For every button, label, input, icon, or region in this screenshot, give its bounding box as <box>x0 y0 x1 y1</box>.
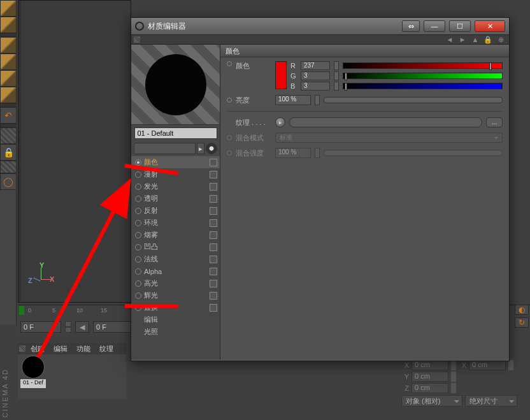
coord-y-value[interactable]: 0 cm <box>412 372 448 382</box>
channel-checkbox[interactable] <box>210 183 217 191</box>
channel-row-0[interactable]: 颜色 <box>131 156 220 168</box>
minimize-button[interactable]: — <box>424 20 445 32</box>
tool-icon-hatch1[interactable] <box>0 127 17 144</box>
channel-row-4[interactable]: 反射 <box>131 205 220 217</box>
tool-icon-2[interactable] <box>0 17 17 33</box>
plus-icon[interactable]: ⊕ <box>495 36 506 43</box>
eye-icon[interactable] <box>206 143 217 154</box>
coord-size-select[interactable]: 绝对尺寸 <box>465 395 517 407</box>
channel-row-6[interactable]: 烟雾 <box>131 229 220 241</box>
g-slider[interactable] <box>343 73 503 79</box>
channel-row-7[interactable]: 凹凸 <box>131 241 220 253</box>
lock-icon[interactable]: 🔒 <box>0 144 17 161</box>
coord-x2-value[interactable]: 0 cm <box>469 360 506 370</box>
channel-checkbox[interactable] <box>210 280 217 287</box>
channel-radio[interactable] <box>135 280 141 287</box>
current-frame[interactable]: 0 F <box>20 321 61 333</box>
channel-checkbox[interactable] <box>210 231 217 239</box>
channel-row-5[interactable]: 环境 <box>131 217 220 229</box>
channel-row-10[interactable]: 高光 <box>131 277 220 289</box>
tab-function[interactable]: 功能 <box>73 344 94 354</box>
tool-icon-hatch2[interactable] <box>0 161 17 173</box>
g-step[interactable] <box>334 71 339 80</box>
brightness-value[interactable]: 100 % <box>275 95 311 105</box>
texture-field[interactable] <box>289 117 482 127</box>
lock-small-icon[interactable]: 🔒 <box>482 36 494 43</box>
channel-checkbox[interactable] <box>210 268 217 275</box>
channel-radio[interactable] <box>135 256 141 263</box>
right-tool-2[interactable]: ↻ <box>515 317 529 328</box>
channel-radio[interactable] <box>135 244 141 250</box>
tool-icon-5[interactable] <box>0 54 17 70</box>
nav-up-icon[interactable]: ▲ <box>469 36 481 43</box>
channel-row-12[interactable]: 置换 <box>131 301 220 314</box>
viewport[interactable] <box>18 0 131 303</box>
coord-mode-select[interactable]: 对象 (相对) <box>401 395 462 407</box>
texture-more-button[interactable]: ... <box>486 117 503 127</box>
tool-icon-1[interactable] <box>0 0 17 17</box>
channel-checkbox[interactable] <box>210 219 217 227</box>
filter-arrow-icon[interactable]: ▸ <box>197 143 204 154</box>
b-value[interactable]: 3 <box>301 82 330 91</box>
r-slider[interactable] <box>343 62 503 69</box>
channel-checkbox[interactable] <box>210 195 217 203</box>
tab-edit[interactable]: 编辑 <box>50 344 71 354</box>
coord-y-step[interactable] <box>451 372 456 382</box>
material-preview[interactable] <box>131 45 220 125</box>
channel-radio[interactable] <box>135 293 141 299</box>
b-slider[interactable] <box>343 83 503 89</box>
channel-radio[interactable] <box>135 159 141 166</box>
nav-next-icon[interactable]: ► <box>457 36 468 43</box>
color-radio[interactable] <box>227 61 232 66</box>
channel-checkbox[interactable] <box>210 243 217 251</box>
channel-radio[interactable] <box>135 196 141 202</box>
channel-checkbox[interactable] <box>210 207 217 215</box>
channel-radio[interactable] <box>135 232 141 238</box>
inner-grip-icon[interactable] <box>134 36 140 43</box>
channel-row-2[interactable]: 发光 <box>131 180 220 192</box>
channel-checkbox[interactable] <box>210 171 217 178</box>
play-prev-button[interactable]: ◀ <box>75 321 89 333</box>
channel-row-13[interactable]: 编辑 <box>131 314 220 326</box>
channel-radio[interactable] <box>135 184 141 190</box>
channel-radio[interactable] <box>135 220 141 226</box>
channel-row-1[interactable]: 漫射 <box>131 168 220 180</box>
filter-input[interactable] <box>134 143 196 154</box>
color-swatch[interactable] <box>275 61 287 89</box>
channel-row-8[interactable]: 法线 <box>131 253 220 265</box>
channel-checkbox[interactable] <box>210 304 217 312</box>
help-button[interactable]: ⇔ <box>402 20 420 32</box>
g-value[interactable]: 3 <box>301 71 330 80</box>
channel-row-9[interactable]: Alpha <box>131 265 220 277</box>
grip-icon[interactable] <box>19 345 25 352</box>
coord-z-step[interactable] <box>451 383 456 393</box>
channel-checkbox[interactable] <box>210 292 217 300</box>
brightness-radio[interactable] <box>227 98 232 103</box>
texture-browse-icon[interactable]: ▸ <box>275 117 285 127</box>
channel-row-3[interactable]: 透明 <box>131 192 220 205</box>
circle-icon[interactable]: ◯ <box>0 173 17 190</box>
coord-z-value[interactable]: 0 cm <box>412 383 448 393</box>
channel-radio[interactable] <box>135 268 141 275</box>
r-value[interactable]: 237 <box>301 61 330 70</box>
titlebar[interactable]: 材质编辑器 ⇔ — ☐ ✕ <box>131 18 509 34</box>
channel-checkbox[interactable] <box>210 159 217 166</box>
channel-radio[interactable] <box>135 208 141 214</box>
b-step[interactable] <box>334 82 339 91</box>
undo-icon[interactable]: ↶ <box>0 107 17 124</box>
close-button[interactable]: ✕ <box>475 20 505 32</box>
channel-row-14[interactable]: 光照 <box>131 326 220 338</box>
material-name-input[interactable] <box>134 127 217 139</box>
tool-icon-4[interactable] <box>0 37 17 54</box>
maximize-button[interactable]: ☐ <box>449 20 471 32</box>
nav-prev-icon[interactable]: ◄ <box>444 36 455 43</box>
right-tool-1[interactable]: ◐ <box>515 305 529 315</box>
coord-x-step[interactable] <box>451 360 456 370</box>
coord-x-value[interactable]: 0 cm <box>412 360 448 370</box>
channel-radio[interactable] <box>135 305 141 311</box>
frame-stepper-1[interactable] <box>65 321 71 333</box>
channel-checkbox[interactable] <box>210 256 217 263</box>
channel-radio[interactable] <box>135 171 141 178</box>
tab-texture[interactable]: 纹理 <box>96 344 117 354</box>
goto-frame[interactable]: 0 F <box>93 321 134 333</box>
